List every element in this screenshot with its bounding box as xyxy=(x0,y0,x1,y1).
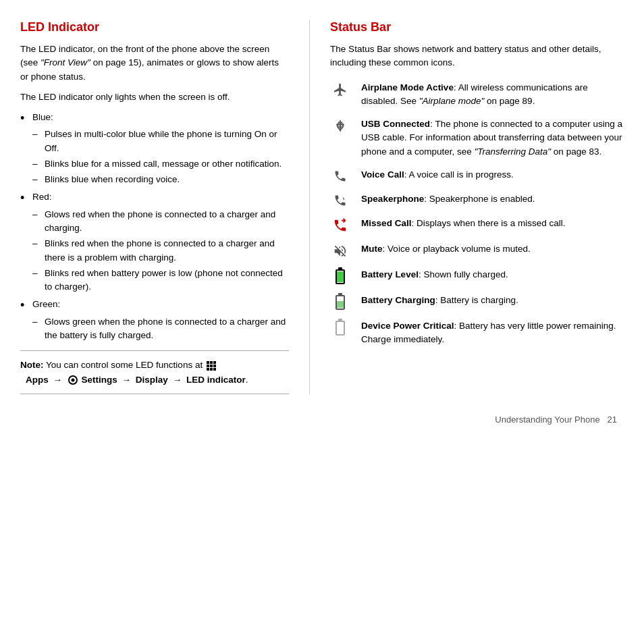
arrow2: → xyxy=(122,375,132,385)
note-label: Note: xyxy=(20,360,44,370)
battery-full-icon-cell xyxy=(330,268,350,284)
bullet-blue-label: Blue: xyxy=(32,111,53,124)
status-item-speakerphone: Speakerphone: Speakerphone is enabled. xyxy=(330,192,624,207)
note-box: Note: You can control some LED functions… xyxy=(20,350,289,394)
battery-critical-text: Device Power Critical: Battery has very … xyxy=(361,319,624,347)
status-item-airplane: Airplane Mode Active: All wireless commu… xyxy=(330,81,624,109)
status-bar-title: Status Bar xyxy=(330,20,624,34)
airplane-icon-cell xyxy=(330,81,350,97)
battery-critical-icon xyxy=(336,321,345,336)
bullet-dot-red: • xyxy=(20,190,31,206)
led-indicator-title: LED Indicator xyxy=(20,20,289,34)
settings-icon xyxy=(68,375,78,385)
arrow1: → xyxy=(53,375,63,385)
speakerphone-icon xyxy=(333,194,347,207)
led-para2: The LED indicator only lights when the s… xyxy=(20,90,289,104)
voicecall-icon-cell xyxy=(330,168,350,183)
battery-critical-icon-cell xyxy=(330,319,350,336)
usb-icon xyxy=(333,119,347,135)
mute-icon-cell xyxy=(330,242,350,259)
apps-grid-icon xyxy=(207,361,216,371)
led-para1-italic: "Front View" xyxy=(41,57,90,68)
bullet-green-label: Green: xyxy=(32,298,60,311)
blue-sub-3: –Blinks blue when recording voice. xyxy=(32,173,289,186)
blue-sub-1: –Pulses in multi-color blue while the ph… xyxy=(32,128,289,155)
green-sub-1: –Glows green when the phone is connected… xyxy=(32,315,289,343)
status-item-battery-critical: Device Power Critical: Battery has very … xyxy=(330,319,624,347)
bullet-red-label: Red: xyxy=(32,190,52,204)
note-text: You can control some LED functions at xyxy=(44,360,205,370)
bullet-green-header: • Green: xyxy=(20,298,289,313)
page-footer: Understanding Your Phone 21 xyxy=(20,414,624,425)
led-bullet-list: • Blue: –Pulses in multi-color blue whil… xyxy=(20,111,289,342)
green-sub-list: –Glows green when the phone is connected… xyxy=(32,315,289,343)
battery-full-text: Battery Level: Shown fully charged. xyxy=(361,268,624,281)
red-sub-3: –Blinks red when battery power is low (p… xyxy=(32,267,289,294)
note-apps: Apps → Settings → Display → LED indicato… xyxy=(26,375,248,385)
red-sub-list: –Glows red when the phone is connected t… xyxy=(32,208,289,294)
blue-sub-2: –Blinks blue for a missed call, message … xyxy=(32,157,289,171)
red-sub-1: –Glows red when the phone is connected t… xyxy=(32,208,289,236)
battery-full-icon xyxy=(336,269,345,284)
mute-text: Mute: Voice or playback volume is muted. xyxy=(361,242,624,256)
usb-text: USB Connected: The phone is connected to… xyxy=(361,117,624,159)
usb-icon-cell xyxy=(330,117,350,135)
bullet-blue-header: • Blue: xyxy=(20,111,289,126)
phone-icon xyxy=(333,169,347,183)
bullet-green: • Green: –Glows green when the phone is … xyxy=(20,298,289,342)
voicecall-text: Voice Call: A voice call is in progress. xyxy=(361,168,624,182)
footer-page: 21 xyxy=(608,414,617,425)
speakerphone-text: Speakerphone: Speakerphone is enabled. xyxy=(361,192,624,206)
footer-text: Understanding Your Phone xyxy=(495,414,599,425)
airplane-text: Airplane Mode Active: All wireless commu… xyxy=(361,81,624,109)
bullet-red-header: • Red: xyxy=(20,190,289,206)
bullet-dot-blue: • xyxy=(20,111,31,126)
page-container: LED Indicator The LED indicator, on the … xyxy=(20,20,624,394)
status-item-battery-charging: Battery Charging: Battery is charging. xyxy=(330,294,624,310)
status-item-voicecall: Voice Call: A voice call is in progress. xyxy=(330,168,624,183)
speakerphone-icon-cell xyxy=(330,192,350,207)
mute-icon xyxy=(333,244,348,259)
status-item-missedcall: Missed Call: Displays when there is a mi… xyxy=(330,217,624,233)
led-para1: The LED indicator, on the front of the p… xyxy=(20,43,289,84)
left-column: LED Indicator The LED indicator, on the … xyxy=(20,20,310,394)
red-sub-2: –Blinks red when the phone is connected … xyxy=(32,237,289,265)
status-bar-intro: The Status Bar shows network and battery… xyxy=(330,43,624,70)
missedcall-icon xyxy=(333,218,348,233)
status-item-mute: Mute: Voice or playback volume is muted. xyxy=(330,242,624,259)
bullet-dot-green: • xyxy=(20,298,31,313)
battery-charging-icon xyxy=(336,295,345,310)
missedcall-text: Missed Call: Displays when there is a mi… xyxy=(361,217,624,230)
bullet-blue: • Blue: –Pulses in multi-color blue whil… xyxy=(20,111,289,186)
right-column: Status Bar The Status Bar shows network … xyxy=(310,20,624,394)
arrow3: → xyxy=(173,375,182,385)
status-item-battery-full: Battery Level: Shown fully charged. xyxy=(330,268,624,284)
blue-sub-list: –Pulses in multi-color blue while the ph… xyxy=(32,128,289,186)
missedcall-icon-cell xyxy=(330,217,350,233)
battery-charging-icon-cell xyxy=(330,294,350,310)
status-items-list: Airplane Mode Active: All wireless commu… xyxy=(330,81,624,347)
battery-charging-text: Battery Charging: Battery is charging. xyxy=(361,294,624,307)
status-item-usb: USB Connected: The phone is connected to… xyxy=(330,117,624,159)
bullet-red: • Red: –Glows red when the phone is conn… xyxy=(20,190,289,294)
airplane-icon xyxy=(333,82,348,97)
